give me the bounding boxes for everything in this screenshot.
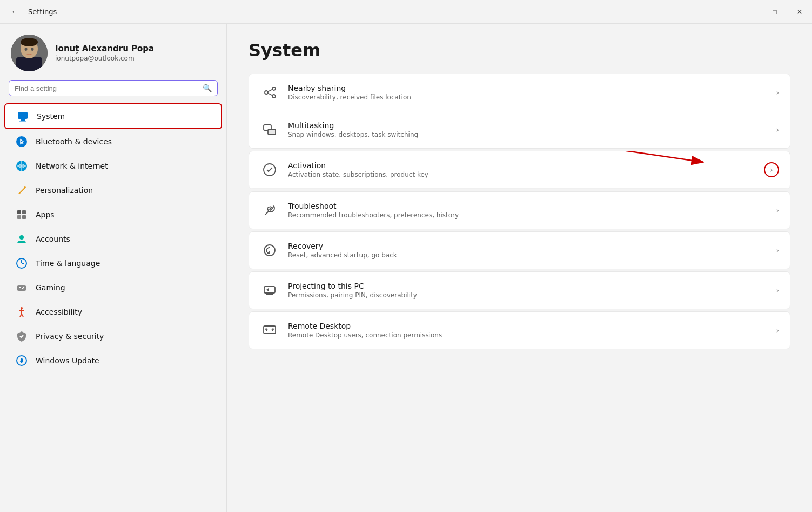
- svg-line-31: [22, 314, 23, 317]
- bluetooth-icon: [15, 135, 28, 148]
- sidebar-item-apps[interactable]: Apps: [4, 203, 222, 227]
- svg-point-34: [272, 87, 276, 90]
- activation-title: Activation: [288, 161, 755, 170]
- svg-point-5: [31, 48, 34, 51]
- sidebar-item-label-system: System: [37, 112, 65, 121]
- page-title: System: [249, 40, 790, 61]
- nearby-sharing-icon: [260, 83, 279, 102]
- sidebar-item-label-network: Network & internet: [36, 162, 108, 170]
- svg-point-4: [25, 48, 28, 51]
- svg-point-25: [23, 287, 24, 288]
- remote-desktop-group: Remote Desktop Remote Desktop users, con…: [249, 311, 790, 349]
- recovery-text: Recovery Reset, advanced startup, go bac…: [288, 242, 767, 259]
- sidebar-item-label-accessibility: Accessibility: [36, 308, 82, 316]
- svg-rect-17: [22, 215, 26, 219]
- avatar: [11, 35, 48, 71]
- svg-point-9: [16, 136, 27, 147]
- sidebar-item-accounts[interactable]: Accounts: [4, 227, 222, 251]
- projecting-text: Projecting to this PC Permissions, pairi…: [288, 282, 767, 299]
- svg-rect-8: [19, 121, 26, 122]
- sidebar-item-personalization[interactable]: Personalization: [4, 178, 222, 202]
- sidebar-item-update[interactable]: Windows Update: [4, 349, 222, 373]
- gaming-icon: [15, 281, 28, 294]
- troubleshoot-chevron: ›: [776, 206, 779, 215]
- nearby-sharing-title: Nearby sharing: [288, 84, 767, 92]
- sidebar-item-label-update: Windows Update: [36, 356, 99, 365]
- activation-desc: Activation state, subscriptions, product…: [288, 171, 755, 178]
- projecting-group: Projecting to this PC Permissions, pairi…: [249, 271, 790, 309]
- setting-recovery[interactable]: Recovery Reset, advanced startup, go bac…: [249, 232, 790, 269]
- sidebar-item-accessibility[interactable]: Accessibility: [4, 300, 222, 324]
- accessibility-icon: [15, 305, 28, 318]
- svg-point-33: [265, 91, 268, 94]
- svg-point-3: [21, 38, 38, 46]
- remote-desktop-chevron: ›: [776, 326, 779, 335]
- user-info: Ionuț Alexandru Popa ionutpopa@outlook.c…: [55, 44, 154, 62]
- recovery-desc: Reset, advanced startup, go back: [288, 251, 767, 259]
- nearby-sharing-chevron: ›: [776, 88, 779, 97]
- search-icon: 🔍: [203, 84, 212, 92]
- svg-rect-44: [264, 287, 275, 293]
- svg-rect-6: [18, 112, 28, 119]
- sidebar-nav: System Bluetooth & devices: [0, 103, 226, 373]
- sidebar-item-bluetooth[interactable]: Bluetooth & devices: [4, 130, 222, 154]
- sidebar-item-gaming[interactable]: Gaming: [4, 276, 222, 300]
- svg-rect-1: [16, 57, 42, 71]
- search-container: 🔍: [0, 80, 226, 103]
- back-button[interactable]: ←: [6, 3, 24, 21]
- system-icon: [16, 110, 29, 123]
- sidebar: Ionuț Alexandru Popa ionutpopa@outlook.c…: [0, 24, 227, 512]
- sidebar-item-label-personalization: Personalization: [36, 186, 93, 195]
- sidebar-item-label-privacy: Privacy & security: [36, 332, 104, 341]
- projecting-desc: Permissions, pairing PIN, discoverabilit…: [288, 291, 767, 299]
- setting-nearby-sharing[interactable]: Nearby sharing Discoverability, received…: [249, 74, 790, 111]
- nearby-sharing-desc: Discoverability, received files location: [288, 94, 767, 101]
- activation-text: Activation Activation state, subscriptio…: [288, 161, 755, 178]
- sidebar-item-privacy[interactable]: Privacy & security: [4, 324, 222, 348]
- svg-point-27: [21, 307, 23, 309]
- setting-multitasking[interactable]: Multitasking Snap windows, desktops, tas…: [249, 111, 790, 148]
- content-area: System Nearby sharing Discoverability, r: [227, 24, 812, 512]
- sidebar-item-time[interactable]: Time & language: [4, 251, 222, 275]
- projecting-chevron: ›: [776, 286, 779, 295]
- window-controls: — □ ✕: [737, 0, 812, 24]
- settings-group: Nearby sharing Discoverability, received…: [249, 74, 790, 149]
- svg-point-13: [24, 186, 26, 188]
- privacy-icon: [15, 330, 28, 343]
- troubleshoot-desc: Recommended troubleshooters, preferences…: [288, 211, 767, 219]
- minimize-button[interactable]: —: [737, 0, 762, 24]
- svg-point-35: [272, 95, 276, 98]
- projecting-title: Projecting to this PC: [288, 282, 767, 290]
- user-profile[interactable]: Ionuț Alexandru Popa ionutpopa@outlook.c…: [0, 24, 226, 80]
- sidebar-item-network[interactable]: Network & internet: [4, 154, 222, 178]
- apps-icon: [15, 208, 28, 221]
- remote-desktop-desc: Remote Desktop users, connection permiss…: [288, 331, 767, 339]
- nearby-sharing-text: Nearby sharing Discoverability, received…: [288, 84, 767, 101]
- svg-rect-16: [17, 215, 21, 219]
- setting-troubleshoot[interactable]: Troubleshoot Recommended troubleshooters…: [249, 192, 790, 229]
- svg-rect-22: [17, 285, 26, 291]
- search-box: 🔍: [9, 80, 218, 96]
- close-button[interactable]: ✕: [787, 0, 812, 24]
- sidebar-item-label-accounts: Accounts: [36, 235, 70, 243]
- sidebar-item-label-gaming: Gaming: [36, 283, 65, 292]
- recovery-title: Recovery: [288, 242, 767, 250]
- setting-remote-desktop[interactable]: Remote Desktop Remote Desktop users, con…: [249, 312, 790, 349]
- troubleshoot-group: Troubleshoot Recommended troubleshooters…: [249, 191, 790, 229]
- svg-rect-39: [268, 129, 276, 135]
- setting-projecting[interactable]: Projecting to this PC Permissions, pairi…: [249, 272, 790, 309]
- multitasking-title: Multitasking: [288, 121, 767, 130]
- search-input[interactable]: [15, 84, 198, 92]
- user-name: Ionuț Alexandru Popa: [55, 44, 154, 54]
- multitasking-chevron: ›: [776, 125, 779, 134]
- titlebar-title: Settings: [28, 8, 57, 16]
- activation-icon: [260, 160, 279, 179]
- sidebar-item-system[interactable]: System: [4, 103, 222, 129]
- maximize-button[interactable]: □: [762, 0, 787, 24]
- accounts-icon: [15, 232, 28, 245]
- troubleshoot-text: Troubleshoot Recommended troubleshooters…: [288, 202, 767, 219]
- user-email: ionutpopa@outlook.com: [55, 55, 154, 62]
- recovery-group: Recovery Reset, advanced startup, go bac…: [249, 231, 790, 269]
- projecting-icon: [260, 281, 279, 300]
- setting-activation[interactable]: Activation Activation state, subscriptio…: [249, 151, 790, 189]
